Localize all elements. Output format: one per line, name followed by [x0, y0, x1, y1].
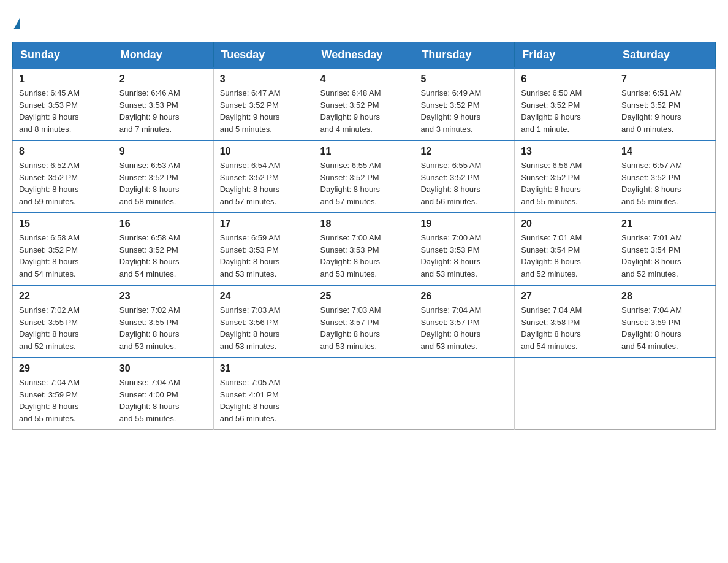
calendar-cell: 29 Sunrise: 7:04 AM Sunset: 3:59 PM Dayl…	[13, 358, 113, 430]
day-info: Sunrise: 6:57 AM Sunset: 3:52 PM Dayligh…	[621, 159, 709, 207]
day-info: Sunrise: 7:00 AM Sunset: 3:53 PM Dayligh…	[420, 232, 508, 280]
day-info: Sunrise: 6:49 AM Sunset: 3:52 PM Dayligh…	[420, 87, 508, 135]
day-info: Sunrise: 7:04 AM Sunset: 3:57 PM Dayligh…	[420, 304, 508, 352]
day-number: 25	[320, 291, 408, 302]
calendar-cell: 18 Sunrise: 7:00 AM Sunset: 3:53 PM Dayl…	[314, 213, 414, 285]
day-info: Sunrise: 6:52 AM Sunset: 3:52 PM Dayligh…	[19, 159, 107, 207]
calendar-cell	[515, 358, 615, 430]
calendar-cell: 26 Sunrise: 7:04 AM Sunset: 3:57 PM Dayl…	[414, 285, 515, 358]
day-of-week-saturday: Saturday	[615, 42, 716, 69]
day-number: 23	[119, 291, 207, 302]
day-info: Sunrise: 6:53 AM Sunset: 3:52 PM Dayligh…	[119, 159, 207, 207]
calendar-cell: 5 Sunrise: 6:49 AM Sunset: 3:52 PM Dayli…	[414, 68, 515, 140]
day-number: 30	[119, 363, 207, 374]
day-number: 3	[220, 74, 308, 85]
calendar-cell: 3 Sunrise: 6:47 AM Sunset: 3:52 PM Dayli…	[213, 68, 314, 140]
calendar-cell: 24 Sunrise: 7:03 AM Sunset: 3:56 PM Dayl…	[213, 285, 314, 358]
day-number: 28	[621, 291, 709, 302]
day-of-week-monday: Monday	[113, 42, 213, 69]
day-info: Sunrise: 6:46 AM Sunset: 3:53 PM Dayligh…	[119, 87, 207, 135]
day-number: 19	[420, 218, 508, 229]
day-number: 8	[19, 146, 107, 157]
calendar-cell: 11 Sunrise: 6:55 AM Sunset: 3:52 PM Dayl…	[314, 140, 414, 213]
calendar-cell: 25 Sunrise: 7:03 AM Sunset: 3:57 PM Dayl…	[314, 285, 414, 358]
calendar-cell: 6 Sunrise: 6:50 AM Sunset: 3:52 PM Dayli…	[515, 68, 615, 140]
day-info: Sunrise: 7:01 AM Sunset: 3:54 PM Dayligh…	[621, 232, 709, 280]
day-info: Sunrise: 7:00 AM Sunset: 3:53 PM Dayligh…	[320, 232, 408, 280]
day-info: Sunrise: 7:03 AM Sunset: 3:56 PM Dayligh…	[220, 304, 308, 352]
day-info: Sunrise: 6:55 AM Sunset: 3:52 PM Dayligh…	[420, 159, 508, 207]
day-number: 9	[119, 146, 207, 157]
day-number: 21	[621, 218, 709, 229]
day-number: 6	[521, 74, 609, 85]
day-number: 14	[621, 146, 709, 157]
day-of-week-wednesday: Wednesday	[314, 42, 414, 69]
day-number: 31	[220, 363, 308, 374]
day-number: 16	[119, 218, 207, 229]
day-info: Sunrise: 6:45 AM Sunset: 3:53 PM Dayligh…	[19, 87, 107, 135]
calendar-cell: 27 Sunrise: 7:04 AM Sunset: 3:58 PM Dayl…	[515, 285, 615, 358]
day-number: 22	[19, 291, 107, 302]
day-number: 18	[320, 218, 408, 229]
day-number: 12	[420, 146, 508, 157]
calendar-week-row: 1 Sunrise: 6:45 AM Sunset: 3:53 PM Dayli…	[13, 68, 716, 140]
calendar-cell	[414, 358, 515, 430]
calendar-cell: 28 Sunrise: 7:04 AM Sunset: 3:59 PM Dayl…	[615, 285, 716, 358]
day-info: Sunrise: 7:05 AM Sunset: 4:01 PM Dayligh…	[220, 377, 308, 424]
day-info: Sunrise: 6:55 AM Sunset: 3:52 PM Dayligh…	[320, 159, 408, 207]
calendar-cell: 7 Sunrise: 6:51 AM Sunset: 3:52 PM Dayli…	[615, 68, 716, 140]
calendar-cell: 14 Sunrise: 6:57 AM Sunset: 3:52 PM Dayl…	[615, 140, 716, 213]
day-info: Sunrise: 6:51 AM Sunset: 3:52 PM Dayligh…	[621, 87, 709, 135]
day-number: 1	[19, 74, 107, 85]
calendar-cell: 12 Sunrise: 6:55 AM Sunset: 3:52 PM Dayl…	[414, 140, 515, 213]
calendar-week-row: 29 Sunrise: 7:04 AM Sunset: 3:59 PM Dayl…	[13, 358, 716, 430]
day-number: 13	[521, 146, 609, 157]
day-number: 26	[420, 291, 508, 302]
calendar-cell: 2 Sunrise: 6:46 AM Sunset: 3:53 PM Dayli…	[113, 68, 213, 140]
day-info: Sunrise: 7:02 AM Sunset: 3:55 PM Dayligh…	[119, 304, 207, 352]
calendar-week-row: 8 Sunrise: 6:52 AM Sunset: 3:52 PM Dayli…	[13, 140, 716, 213]
day-info: Sunrise: 7:04 AM Sunset: 3:58 PM Dayligh…	[521, 304, 609, 352]
calendar-header-row: SundayMondayTuesdayWednesdayThursdayFrid…	[13, 42, 716, 69]
day-number: 10	[220, 146, 308, 157]
calendar-table: SundayMondayTuesdayWednesdayThursdayFrid…	[12, 42, 716, 430]
logo-triangle-icon	[13, 18, 20, 29]
calendar-cell: 23 Sunrise: 7:02 AM Sunset: 3:55 PM Dayl…	[113, 285, 213, 358]
day-info: Sunrise: 6:56 AM Sunset: 3:52 PM Dayligh…	[521, 159, 609, 207]
day-number: 4	[320, 74, 408, 85]
day-number: 11	[320, 146, 408, 157]
day-of-week-tuesday: Tuesday	[213, 42, 314, 69]
calendar-cell	[615, 358, 716, 430]
calendar-cell: 19 Sunrise: 7:00 AM Sunset: 3:53 PM Dayl…	[414, 213, 515, 285]
calendar-cell: 4 Sunrise: 6:48 AM Sunset: 3:52 PM Dayli…	[314, 68, 414, 140]
day-info: Sunrise: 7:01 AM Sunset: 3:54 PM Dayligh…	[521, 232, 609, 280]
calendar-cell: 17 Sunrise: 6:59 AM Sunset: 3:53 PM Dayl…	[213, 213, 314, 285]
calendar-cell	[314, 358, 414, 430]
day-number: 17	[220, 218, 308, 229]
calendar-cell: 31 Sunrise: 7:05 AM Sunset: 4:01 PM Dayl…	[213, 358, 314, 430]
calendar-week-row: 15 Sunrise: 6:58 AM Sunset: 3:52 PM Dayl…	[13, 213, 716, 285]
logo-general-line	[12, 12, 20, 29]
calendar-cell: 9 Sunrise: 6:53 AM Sunset: 3:52 PM Dayli…	[113, 140, 213, 213]
day-info: Sunrise: 6:48 AM Sunset: 3:52 PM Dayligh…	[320, 87, 408, 135]
day-info: Sunrise: 7:03 AM Sunset: 3:57 PM Dayligh…	[320, 304, 408, 352]
calendar-cell: 21 Sunrise: 7:01 AM Sunset: 3:54 PM Dayl…	[615, 213, 716, 285]
day-number: 29	[19, 363, 107, 374]
day-info: Sunrise: 6:47 AM Sunset: 3:52 PM Dayligh…	[220, 87, 308, 135]
day-info: Sunrise: 7:02 AM Sunset: 3:55 PM Dayligh…	[19, 304, 107, 352]
day-info: Sunrise: 6:54 AM Sunset: 3:52 PM Dayligh…	[220, 159, 308, 207]
day-number: 20	[521, 218, 609, 229]
calendar-week-row: 22 Sunrise: 7:02 AM Sunset: 3:55 PM Dayl…	[13, 285, 716, 358]
calendar-cell: 22 Sunrise: 7:02 AM Sunset: 3:55 PM Dayl…	[13, 285, 113, 358]
day-info: Sunrise: 6:58 AM Sunset: 3:52 PM Dayligh…	[19, 232, 107, 280]
calendar-cell: 16 Sunrise: 6:58 AM Sunset: 3:52 PM Dayl…	[113, 213, 213, 285]
day-number: 2	[119, 74, 207, 85]
calendar-cell: 8 Sunrise: 6:52 AM Sunset: 3:52 PM Dayli…	[13, 140, 113, 213]
day-number: 27	[521, 291, 609, 302]
logo	[12, 12, 20, 29]
day-number: 5	[420, 74, 508, 85]
day-info: Sunrise: 7:04 AM Sunset: 3:59 PM Dayligh…	[19, 377, 107, 424]
day-info: Sunrise: 7:04 AM Sunset: 3:59 PM Dayligh…	[621, 304, 709, 352]
day-number: 24	[220, 291, 308, 302]
day-of-week-thursday: Thursday	[414, 42, 515, 69]
